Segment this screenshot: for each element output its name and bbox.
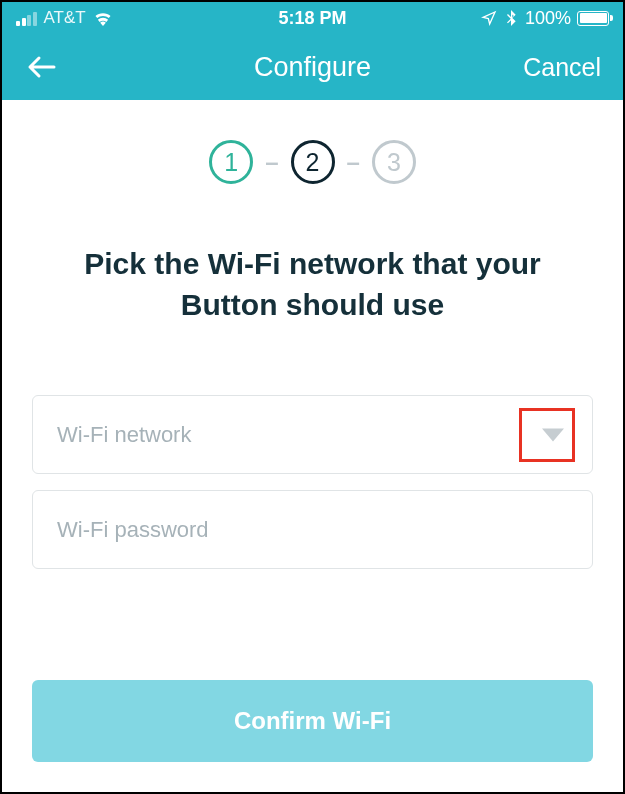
wifi-network-select[interactable]: Wi-Fi network xyxy=(32,395,593,474)
wifi-password-input[interactable]: Wi-Fi password xyxy=(32,490,593,569)
step-1: 1 xyxy=(209,140,253,184)
status-left: AT&T xyxy=(16,8,113,28)
battery-percent: 100% xyxy=(525,8,571,29)
nav-bar: Configure Cancel xyxy=(2,34,623,100)
nav-title: Configure xyxy=(254,52,371,83)
carrier-label: AT&T xyxy=(44,8,86,28)
confirm-wifi-button[interactable]: Confirm Wi-Fi xyxy=(32,680,593,762)
location-icon xyxy=(481,10,497,26)
step-separator: – xyxy=(347,148,360,176)
battery-icon xyxy=(577,11,609,26)
status-right: 100% xyxy=(481,8,609,29)
bluetooth-icon xyxy=(503,10,519,26)
wifi-password-placeholder: Wi-Fi password xyxy=(57,517,209,543)
back-button[interactable] xyxy=(24,49,60,85)
chevron-down-icon xyxy=(542,428,564,441)
step-3: 3 xyxy=(372,140,416,184)
stepper: 1 – 2 – 3 xyxy=(32,140,593,184)
status-bar: AT&T 5:18 PM 100% xyxy=(2,2,623,34)
step-2: 2 xyxy=(291,140,335,184)
cancel-button[interactable]: Cancel xyxy=(523,53,601,82)
page-heading: Pick the Wi-Fi network that your Button … xyxy=(32,244,593,325)
step-separator: – xyxy=(265,148,278,176)
wifi-network-placeholder: Wi-Fi network xyxy=(57,422,191,448)
cellular-signal-icon xyxy=(16,11,37,26)
status-time: 5:18 PM xyxy=(278,8,346,29)
wifi-icon xyxy=(93,10,113,26)
main-content: 1 – 2 – 3 Pick the Wi-Fi network that yo… xyxy=(2,100,623,615)
